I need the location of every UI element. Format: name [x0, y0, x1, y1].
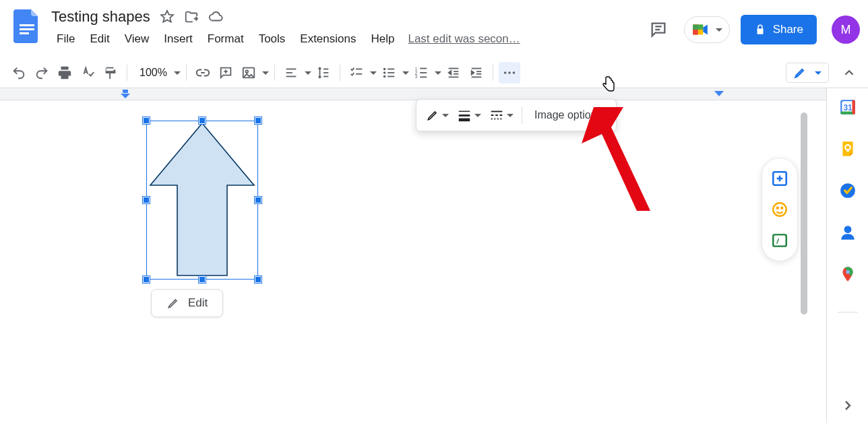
line-spacing-button[interactable] [313, 62, 334, 84]
insert-image-dropdown[interactable] [238, 62, 269, 84]
svg-text:31: 31 [843, 103, 852, 112]
suggest-edits-icon[interactable] [770, 231, 789, 250]
decrease-indent-button[interactable] [443, 62, 464, 84]
numbered-list-dropdown[interactable]: 123 [410, 62, 441, 84]
vertical-scrollbar[interactable] [801, 112, 807, 315]
svg-text:3: 3 [415, 74, 418, 79]
border-weight-icon [457, 108, 472, 123]
collapse-toolbar-button[interactable] [838, 62, 860, 84]
app-bar: Testing shapes File Edit View Insert For… [0, 0, 868, 57]
meet-button[interactable] [684, 16, 730, 43]
menu-edit[interactable]: Edit [83, 30, 116, 48]
svg-point-22 [383, 71, 386, 74]
caret-down-icon [174, 71, 181, 75]
checklist-icon [346, 62, 367, 84]
toolbar: 100% 123 [0, 57, 868, 88]
edit-drawing-chip[interactable]: Edit [151, 289, 223, 317]
selection-outline [146, 121, 258, 280]
resize-handle-nw[interactable] [143, 117, 150, 124]
resize-handle-n[interactable] [199, 117, 206, 124]
svg-rect-21 [388, 69, 394, 70]
checklist-dropdown[interactable] [346, 62, 377, 84]
docs-logo-icon [13, 9, 40, 43]
more-tools-button[interactable] [499, 62, 520, 84]
caret-down-icon [474, 114, 481, 117]
svg-rect-0 [20, 24, 34, 26]
menu-view[interactable]: View [118, 30, 156, 48]
increase-indent-button[interactable] [466, 62, 487, 84]
border-dash-icon [489, 108, 504, 123]
bulleted-list-dropdown[interactable] [378, 62, 409, 84]
menu-file[interactable]: File [50, 30, 82, 48]
svg-point-58 [781, 207, 782, 209]
menu-format[interactable]: Format [201, 30, 251, 48]
caret-down-icon [815, 71, 822, 75]
account-avatar[interactable]: M [832, 15, 860, 44]
document-title[interactable]: Testing shapes [47, 8, 150, 26]
caret-down-icon [262, 71, 269, 75]
svg-rect-49 [459, 119, 470, 122]
resize-handle-e[interactable] [255, 197, 261, 203]
keep-app-icon[interactable] [838, 139, 857, 158]
add-comment-icon[interactable] [770, 169, 789, 188]
toolbar-overflow-popup: Image options [416, 99, 617, 131]
redo-button[interactable] [31, 62, 53, 84]
svg-point-56 [773, 203, 786, 216]
zoom-dropdown[interactable]: 100% [133, 67, 181, 79]
cloud-status-icon[interactable] [208, 9, 223, 24]
resize-handle-s[interactable] [199, 276, 206, 283]
svg-rect-48 [459, 115, 470, 117]
calendar-app-icon[interactable]: 31 [838, 98, 857, 117]
svg-point-42 [513, 71, 516, 74]
avatar-initial: M [841, 23, 851, 37]
svg-point-11 [245, 70, 248, 73]
insert-link-button[interactable] [192, 62, 214, 84]
comments-history-icon[interactable] [644, 15, 673, 44]
maps-app-icon[interactable] [838, 265, 857, 284]
pencil-icon [426, 108, 439, 122]
svg-point-24 [383, 75, 386, 78]
image-options-button[interactable]: Image options [530, 105, 607, 125]
svg-rect-2 [20, 32, 29, 34]
contacts-app-icon[interactable] [838, 223, 857, 242]
docs-logo-wrap[interactable] [7, 5, 47, 43]
border-color-dropdown[interactable] [426, 108, 449, 122]
ruler-left-indent-marker[interactable] [121, 90, 130, 99]
paint-format-button[interactable] [100, 62, 121, 84]
align-dropdown[interactable] [280, 62, 311, 84]
menu-help[interactable]: Help [364, 30, 401, 48]
selected-shape[interactable] [146, 121, 258, 280]
ruler[interactable] [0, 88, 826, 100]
caret-down-icon [370, 71, 377, 75]
document-canvas[interactable]: Edit Image options [0, 100, 817, 423]
share-button[interactable]: Share [741, 15, 817, 44]
move-icon[interactable] [184, 9, 199, 24]
menu-insert[interactable]: Insert [157, 30, 199, 48]
resize-handle-ne[interactable] [255, 117, 261, 124]
border-dash-dropdown[interactable] [489, 108, 514, 123]
emoji-reaction-icon[interactable] [770, 200, 789, 219]
workspace: Edit Image options [0, 88, 868, 423]
border-weight-dropdown[interactable] [457, 108, 481, 123]
menu-tools[interactable]: Tools [252, 30, 292, 48]
resize-handle-w[interactable] [143, 197, 150, 203]
last-edit-link[interactable]: Last edit was secon… [402, 30, 525, 48]
ruler-right-indent-marker[interactable] [714, 91, 724, 98]
zoom-value: 100% [133, 67, 171, 79]
editing-mode-dropdown[interactable] [786, 63, 829, 83]
print-button[interactable] [54, 62, 75, 84]
separator [127, 65, 127, 81]
star-icon[interactable] [160, 9, 175, 24]
tasks-app-icon[interactable] [838, 181, 857, 200]
menu-extensions[interactable]: Extensions [293, 30, 363, 48]
resize-handle-sw[interactable] [143, 276, 150, 283]
hide-side-panel-button[interactable] [840, 397, 856, 414]
meet-icon [691, 21, 709, 38]
resize-handle-se[interactable] [255, 276, 261, 283]
spellcheck-button[interactable] [77, 62, 98, 84]
undo-button[interactable] [8, 62, 30, 84]
separator [186, 65, 187, 81]
caret-down-icon [402, 71, 409, 75]
editor-area: Edit Image options [0, 88, 826, 423]
add-comment-button[interactable] [215, 62, 237, 84]
